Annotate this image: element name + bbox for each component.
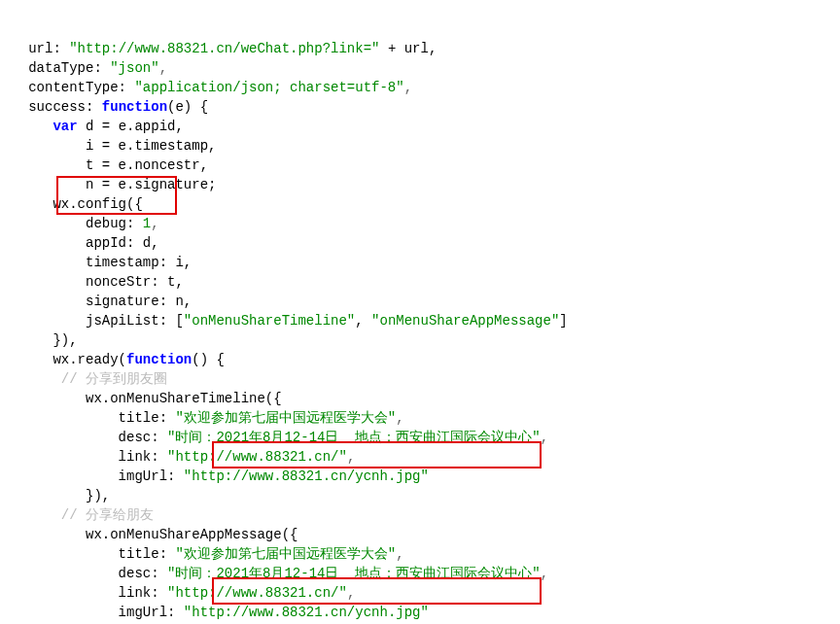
code-line: t = e.noncestr, (4, 157, 208, 173)
code-line: desc: "时间：2021年8月12-14日 地点：西安曲江国际会议中心", (4, 430, 548, 445)
code-line: link: "http://www.88321.cn/", (4, 449, 355, 465)
code-line: dataType: "json", (4, 60, 167, 76)
code-line: title: "欢迎参加第七届中国远程医学大会", (4, 410, 404, 426)
code-line: n = e.signature; (4, 177, 216, 192)
code-block: url: "http://www.88321.cn/weChat.php?lin… (0, 19, 840, 624)
code-line: timestamp: i, (4, 255, 192, 270)
code-line: contentType: "application/json; charset=… (4, 80, 412, 95)
code-line: nonceStr: t, (4, 274, 184, 290)
code-line: link: "http://www.88321.cn/", (4, 585, 355, 601)
code-line: wx.ready(function() { (4, 352, 225, 367)
code-line: wx.config({ (4, 196, 143, 212)
code-line: }), (4, 488, 110, 503)
code-line: // 分享到朋友圈 (4, 371, 167, 387)
code-line: var d = e.appid, (4, 119, 184, 134)
code-line: imgUrl: "http://www.88321.cn/ycnh.jpg" (4, 468, 429, 484)
code-line: success: function(e) { (4, 99, 208, 115)
code-line: imgUrl: "http://www.88321.cn/ycnh.jpg" (4, 605, 429, 620)
code-line: appId: d, (4, 235, 159, 251)
code-line: debug: 1, (4, 216, 159, 231)
code-line: title: "欢迎参加第七届中国远程医学大会", (4, 546, 404, 562)
code-line: signature: n, (4, 294, 192, 309)
code-line: jsApiList: ["onMenuShareTimeline", "onMe… (4, 313, 568, 329)
code-line: wx.onMenuShareAppMessage({ (4, 527, 298, 542)
code-line: desc: "时间：2021年8月12-14日 地点：西安曲江国际会议中心", (4, 566, 548, 581)
code-line: i = e.timestamp, (4, 138, 216, 154)
code-line: }), (4, 332, 78, 348)
code-line: // 分享给朋友 (4, 507, 154, 523)
code-line: wx.onMenuShareTimeline({ (4, 391, 282, 406)
code-line: url: "http://www.88321.cn/weChat.php?lin… (4, 41, 437, 56)
